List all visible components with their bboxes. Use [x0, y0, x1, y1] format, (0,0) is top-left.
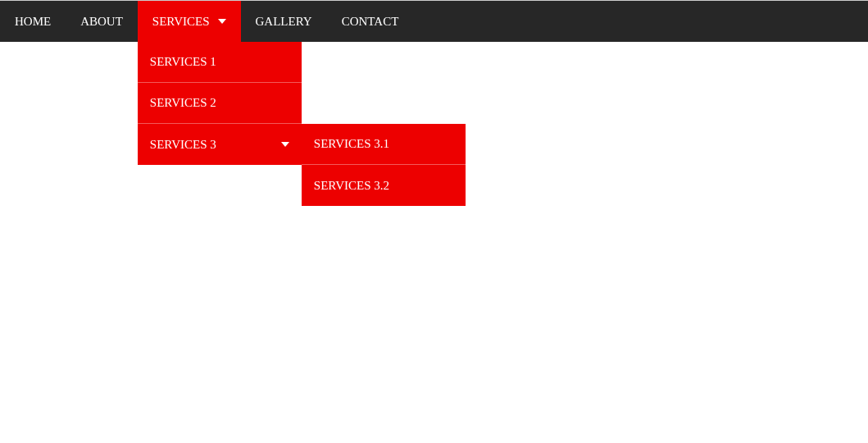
services-dropdown: SERVICES 1 SERVICES 2 SERVICES 3 SERVICE…: [138, 42, 302, 165]
dropdown-label: SERVICES 3: [150, 138, 216, 152]
subdropdown-label: SERVICES 3.1: [314, 137, 389, 151]
nav-label: ABOUT: [80, 15, 123, 29]
nav-item-about[interactable]: ABOUT: [66, 1, 138, 42]
nav-label: CONTACT: [342, 15, 399, 29]
nav-label: SERVICES: [152, 15, 210, 29]
services-3-subdropdown: SERVICES 3.1 SERVICES 3.2: [302, 124, 466, 206]
dropdown-label: SERVICES 1: [150, 55, 216, 69]
caret-down-icon: [218, 19, 226, 24]
nav-item-contact[interactable]: CONTACT: [327, 1, 414, 42]
dropdown-item-services-3[interactable]: SERVICES 3 SERVICES 3.1 SERVICES 3.2: [138, 124, 302, 165]
subdropdown-item-services-3-1[interactable]: SERVICES 3.1: [302, 124, 466, 165]
subdropdown-item-services-3-2[interactable]: SERVICES 3.2: [302, 165, 466, 206]
nav-item-services[interactable]: SERVICES SERVICES 1 SERVICES 2 SERVICES …: [138, 1, 241, 42]
dropdown-item-services-1[interactable]: SERVICES 1: [138, 42, 302, 83]
subdropdown-label: SERVICES 3.2: [314, 179, 389, 193]
svg-marker-0: [218, 19, 226, 24]
caret-down-icon: [281, 142, 289, 147]
nav-label: GALLERY: [256, 15, 312, 29]
nav-item-home[interactable]: HOME: [0, 1, 66, 42]
svg-marker-1: [281, 142, 289, 147]
dropdown-label: SERVICES 2: [150, 96, 216, 110]
dropdown-item-services-2[interactable]: SERVICES 2: [138, 83, 302, 124]
nav-item-gallery[interactable]: GALLERY: [241, 1, 327, 42]
nav-label: HOME: [15, 15, 51, 29]
main-navbar: HOME ABOUT SERVICES SERVICES 1 SERVICES …: [0, 1, 868, 42]
